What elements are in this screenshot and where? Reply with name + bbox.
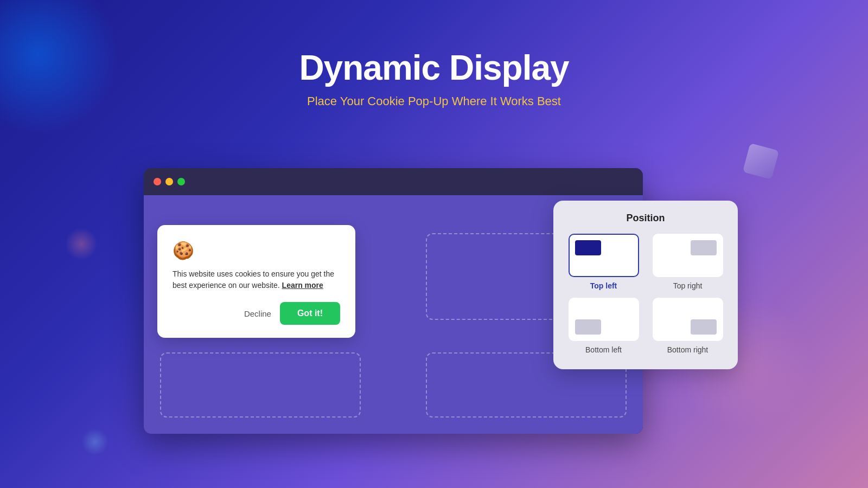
position-option-top-left[interactable]: Top left xyxy=(565,234,642,290)
window-dot-red xyxy=(154,178,161,185)
position-label-top-right: Top right xyxy=(673,281,703,290)
position-indicator-top-right xyxy=(691,240,717,255)
position-option-top-right[interactable]: Top right xyxy=(649,234,726,290)
header: Dynamic Display Place Your Cookie Pop-Up… xyxy=(299,49,569,108)
position-box-bottom-left[interactable] xyxy=(569,298,639,341)
bg-blob-blue xyxy=(0,0,119,136)
position-box-top-left[interactable] xyxy=(569,234,639,277)
page-subtitle: Place Your Cookie Pop-Up Where It Works … xyxy=(299,94,569,108)
cookie-icon: 🍪 xyxy=(173,240,340,261)
position-indicator-bottom-right xyxy=(691,319,717,335)
got-it-button[interactable]: Got it! xyxy=(280,302,340,325)
position-option-bottom-left[interactable]: Bottom left xyxy=(565,298,642,354)
cookie-actions: Decline Got it! xyxy=(173,302,340,325)
position-box-bottom-right[interactable] xyxy=(653,298,723,341)
position-label-bottom-left: Bottom left xyxy=(585,345,622,354)
page-title: Dynamic Display xyxy=(299,49,569,87)
position-option-bottom-right[interactable]: Bottom right xyxy=(649,298,726,354)
position-indicator-top-left xyxy=(575,240,601,255)
position-box-top-right[interactable] xyxy=(653,234,723,277)
position-label-bottom-right: Bottom right xyxy=(667,345,708,354)
placeholder-bottom-left xyxy=(160,352,361,418)
bg-blob-small-left xyxy=(65,228,98,260)
browser-bar xyxy=(144,168,643,195)
window-dot-yellow xyxy=(165,178,173,185)
position-panel-title: Position xyxy=(565,213,726,224)
position-grid: Top left Top right Bottom left Bottom ri… xyxy=(565,234,726,354)
cookie-popup: 🍪 This website uses cookies to ensure yo… xyxy=(157,225,355,338)
crystal-decoration xyxy=(743,143,779,179)
bg-blob-small-bottom-left xyxy=(81,428,108,455)
decline-button[interactable]: Decline xyxy=(244,309,271,318)
window-dot-green xyxy=(177,178,185,185)
learn-more-link[interactable]: Learn more xyxy=(282,281,323,290)
cookie-text: This website uses cookies to ensure you … xyxy=(173,268,340,291)
position-panel: Position Top left Top right Bottom left xyxy=(553,201,738,369)
position-indicator-bottom-left xyxy=(575,319,601,335)
position-label-top-left: Top left xyxy=(590,281,617,290)
